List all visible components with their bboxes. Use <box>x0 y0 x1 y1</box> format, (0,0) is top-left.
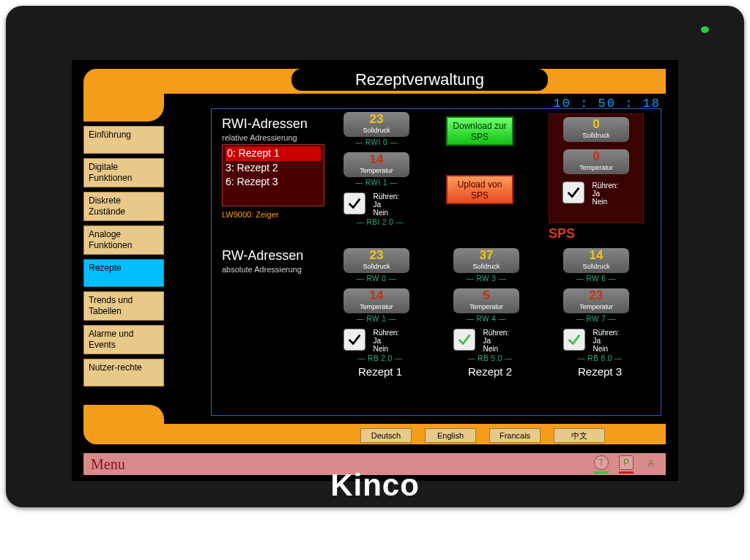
label: Temperatur <box>453 303 519 310</box>
address-label: — RW 7 — <box>563 315 629 323</box>
rwi-solldruck-label: Solldruck <box>344 127 409 134</box>
download-button[interactable]: Download zur SPS <box>446 116 513 146</box>
lang-deutsch[interactable]: Deutsch <box>360 428 412 443</box>
sps-solldruck-value: 0 <box>563 117 629 132</box>
recipe-name: Rezept 2 <box>453 365 527 378</box>
check-icon <box>562 182 584 204</box>
sidebar-item-diskrete[interactable]: Diskrete Zustände <box>83 192 164 221</box>
main-panel: RWI-Adressen relative Adressierung 0: Re… <box>211 108 661 416</box>
sidebar-item-analoge[interactable]: Analoge Funktionen <box>83 225 164 255</box>
rw2-solldruck[interactable]: 37Solldruck — RW 3 — <box>453 248 519 283</box>
rw-title: RW-Adressen <box>222 248 303 264</box>
lang-english[interactable]: English <box>425 428 476 443</box>
sps-panel: 0Solldruck 0Temperatur Rühren:JaNein <box>549 113 644 223</box>
sps-temperatur-value: 0 <box>563 149 629 164</box>
recipe-list-item[interactable]: 6: Rezept 3 <box>226 175 321 190</box>
rw1-solldruck[interactable]: 23Solldruck — RW 0 — <box>344 248 409 283</box>
rw2-temperatur[interactable]: 5Temperatur — RW 4 — <box>453 288 519 323</box>
sidebar-item-rezepte[interactable]: Rezepte <box>83 259 164 287</box>
check-icon[interactable] <box>453 329 475 351</box>
sidebar-item-digitale[interactable]: Digitale Funktionen <box>83 158 164 187</box>
address-label: — RB 5.0 — <box>453 354 527 362</box>
label: Solldruck <box>344 263 409 270</box>
rwi-value-column: 23Solldruck — RWI 0 — 14Temperatur — RWI… <box>344 112 417 226</box>
sidebar-bottom-cap <box>83 405 164 424</box>
rw2-ruehren[interactable]: Rühren:JaNein — RB 5.0 — <box>453 329 527 362</box>
value: 14 <box>344 288 409 303</box>
rw-col-3: 14Solldruck — RW 6 — 23Temperatur — RW 7… <box>563 248 636 378</box>
rw1-temperatur[interactable]: 14Temperatur — RW 1 — <box>344 288 409 323</box>
address-label: — RW 0 — <box>344 275 409 283</box>
sps-solldruck-label: Solldruck <box>563 132 629 139</box>
rwi-solldruck[interactable]: 23Solldruck — RWI 0 — <box>344 112 409 146</box>
rwi-temperatur-label: Temperatur <box>344 167 409 174</box>
ruehren-label: Rühren:JaNein <box>373 193 399 217</box>
check-icon[interactable] <box>344 329 365 351</box>
value: 37 <box>453 248 519 263</box>
upload-button[interactable]: Upload von SPS <box>446 175 513 204</box>
label: Temperatur <box>563 303 629 310</box>
value: 14 <box>563 248 629 263</box>
lang-francais[interactable]: Francais <box>489 428 541 443</box>
rw-header: RW-Adressen absolute Adressierung <box>222 248 303 274</box>
sps-temperatur: 0Temperatur <box>563 149 629 174</box>
sps-label: SPS <box>549 226 575 242</box>
address-label: — RBI 2.0 — <box>344 218 417 226</box>
address-label: — RW 1 — <box>344 315 409 323</box>
rwi-solldruck-value: 23 <box>344 112 409 127</box>
device-frame: Rezeptverwaltung 10 : 50 : 18 Einführung… <box>6 6 744 507</box>
label: Temperatur <box>344 303 409 310</box>
address-label: — RWI 0 — <box>344 138 409 146</box>
ruehren-label: Rühren:JaNein <box>373 329 399 353</box>
power-led-icon <box>701 26 709 33</box>
recipe-list-item[interactable]: 3: Rezept 2 <box>226 161 321 176</box>
address-label: — RW 4 — <box>453 315 519 323</box>
sidebar-item-nutzerrechte[interactable]: Nutzer-rechte <box>83 359 164 387</box>
rw-col-1: 23Solldruck — RW 0 — 14Temperatur — RW 1… <box>344 248 417 378</box>
check-icon[interactable] <box>344 193 365 214</box>
sps-ruehren: Rühren:JaNein <box>549 182 643 206</box>
sidebar-top-cap <box>83 94 164 122</box>
label: Solldruck <box>453 263 519 270</box>
recipe-name: Rezept 3 <box>563 365 636 378</box>
recipe-list-item[interactable]: 0: Rezept 1 <box>226 146 321 161</box>
rw-subtitle: absolute Adressierung <box>222 265 303 274</box>
address-label: — RB 2.0 — <box>344 354 417 362</box>
address-label: — RW 3 — <box>453 275 519 283</box>
rw1-ruehren[interactable]: Rühren:JaNein — RB 2.0 — <box>344 329 417 362</box>
rwi-temperatur[interactable]: 14Temperatur — RWI 1 — <box>344 152 409 187</box>
recipe-list[interactable]: 0: Rezept 1 3: Rezept 2 6: Rezept 3 <box>222 144 324 206</box>
language-row: Deutsch English Francais 中文 <box>360 427 605 444</box>
pointer-label: LW9000: Zeiger <box>222 210 278 219</box>
rw3-ruehren[interactable]: Rühren:JaNein — RB 8.0 — <box>563 329 636 362</box>
sidebar-item-einfuehrung[interactable]: Einführung <box>83 126 164 154</box>
rw-col-2: 37Solldruck — RW 3 — 5Temperatur — RW 4 … <box>453 248 527 378</box>
screen: Rezeptverwaltung 10 : 50 : 18 Einführung… <box>72 60 678 481</box>
sidebar-item-alarme[interactable]: Alarme und Events <box>83 325 164 354</box>
rw3-solldruck[interactable]: 14Solldruck — RW 6 — <box>563 248 629 283</box>
lang-chinese[interactable]: 中文 <box>554 428 605 443</box>
address-label: — RW 6 — <box>563 275 629 283</box>
value: 23 <box>344 248 409 263</box>
ruehren-label: Rühren:JaNein <box>593 329 619 353</box>
address-label: — RWI 1 — <box>344 179 409 187</box>
recipe-name: Rezept 1 <box>344 365 417 378</box>
address-label: — RB 8.0 — <box>563 354 636 362</box>
ruehren-label: Rühren:JaNein <box>592 182 618 206</box>
rwi-temperatur-value: 14 <box>344 152 409 167</box>
label: Solldruck <box>563 263 629 270</box>
sps-temperatur-label: Temperatur <box>563 164 629 171</box>
sidebar-item-trends[interactable]: Trends und Tabellen <box>83 291 164 321</box>
sps-solldruck: 0Solldruck <box>563 117 629 142</box>
page-title: Rezeptverwaltung <box>292 69 548 91</box>
value: 23 <box>563 288 629 303</box>
value: 5 <box>453 288 519 303</box>
brand-logo: Kinco <box>6 468 744 503</box>
rw3-temperatur[interactable]: 23Temperatur — RW 7 — <box>563 288 629 323</box>
check-icon[interactable] <box>563 329 585 351</box>
rwi-ruehren[interactable]: Rühren:JaNein — RBI 2.0 — <box>344 193 417 226</box>
ruehren-label: Rühren:JaNein <box>483 329 509 353</box>
sidebar: Einführung Digitale Funktionen Diskrete … <box>83 126 164 391</box>
